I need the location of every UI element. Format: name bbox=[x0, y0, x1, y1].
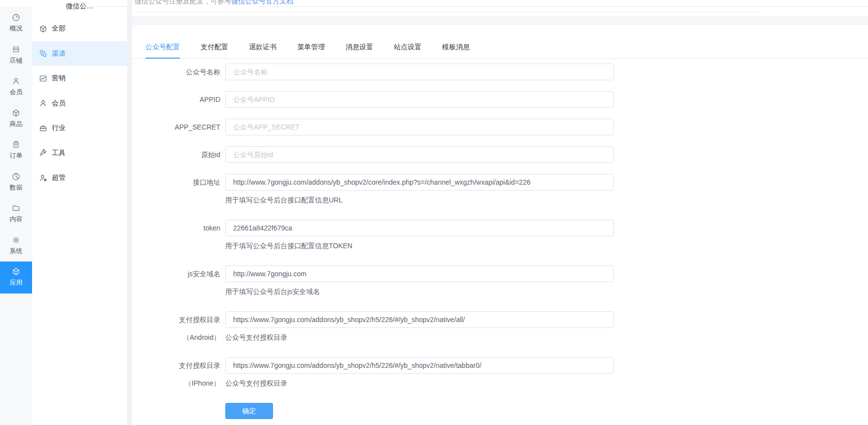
field-label-line2: （IPhone） bbox=[132, 380, 220, 387]
pay-dir-android-input[interactable] bbox=[225, 311, 614, 328]
tab-template-message[interactable]: 模板消息 bbox=[442, 25, 470, 58]
submenu-item-admin[interactable]: 超管 bbox=[32, 165, 127, 191]
field-label-line1: APPID bbox=[132, 91, 220, 108]
sidebar-item-label: 系统 bbox=[10, 247, 23, 256]
appid-input[interactable] bbox=[225, 91, 614, 108]
confirm-button[interactable]: 确定 bbox=[225, 403, 273, 419]
tab-pay-config[interactable]: 支付配置 bbox=[201, 25, 228, 58]
field-control: 用于填写公众号后台接口配置信息URL bbox=[225, 174, 614, 204]
submenu-item-tools[interactable]: 工具 bbox=[32, 141, 127, 166]
folder-icon bbox=[12, 204, 20, 212]
tab-refund-cert[interactable]: 退款证书 bbox=[249, 25, 277, 58]
notice-top-divider bbox=[258, 6, 868, 7]
gzh-name-input[interactable] bbox=[225, 64, 614, 80]
field-label: 公众号名称 bbox=[132, 64, 225, 80]
sidebar-item-label: 概况 bbox=[10, 24, 23, 33]
sidebar-item-order[interactable]: 订单 bbox=[0, 134, 32, 166]
field-label-line1: 公众号名称 bbox=[132, 64, 220, 80]
api-url-input[interactable] bbox=[225, 174, 614, 191]
tab-gzh-config[interactable]: 公众号配置 bbox=[145, 25, 180, 58]
tools-icon bbox=[39, 149, 47, 157]
form-row-appid: APPID bbox=[132, 91, 868, 108]
field-label-line1: 原始id bbox=[132, 146, 220, 163]
sidebar-item-label: 商品 bbox=[10, 120, 23, 129]
submenu-item-all[interactable]: 全部 bbox=[32, 16, 127, 41]
field-control: 用于填写公众号后台接口配置信息TOKEN bbox=[225, 220, 614, 250]
primary-sidebar-items: 概况店铺会员商品订单数据内容系统应用 bbox=[0, 0, 32, 294]
submenu-item-marketing[interactable]: 营销 bbox=[32, 66, 127, 91]
tab-menu-manage[interactable]: 菜单管理 bbox=[297, 25, 325, 58]
field-control: 公众号支付授权目录 bbox=[225, 357, 614, 387]
submenu-item-channel[interactable]: 渠道 bbox=[32, 41, 127, 66]
field-label: 支付授权目录（IPhone） bbox=[132, 357, 225, 387]
sidebar-item-label: 数据 bbox=[10, 183, 23, 192]
submenu-item-member[interactable]: 会员 bbox=[32, 91, 127, 116]
field-help: 公众号支付授权目录 bbox=[225, 380, 614, 387]
tab-message-settings[interactable]: 消息设置 bbox=[346, 25, 373, 58]
submenu-item-label: 营销 bbox=[52, 74, 66, 83]
token-input[interactable] bbox=[225, 220, 614, 236]
app-icon bbox=[12, 267, 20, 276]
user-icon bbox=[12, 77, 20, 85]
secondary-sidebar: 微信公… 全部渠道营销会员行业工具超管 bbox=[32, 0, 127, 425]
field-label: 支付授权目录（Android） bbox=[132, 311, 225, 341]
field-label-line1: token bbox=[132, 220, 220, 236]
header-divider bbox=[94, 6, 127, 7]
pay-dir-iphone-input[interactable] bbox=[225, 357, 614, 374]
field-label: js安全域名 bbox=[132, 265, 225, 295]
sidebar-item-label: 应用 bbox=[10, 278, 23, 287]
form-row-token: token用于填写公众号后台接口配置信息TOKEN bbox=[132, 220, 868, 250]
member-icon bbox=[39, 99, 47, 107]
cube-icon bbox=[12, 109, 20, 117]
field-label: 原始id bbox=[132, 146, 225, 163]
field-label-line1: js安全域名 bbox=[132, 265, 220, 282]
field-label: APP_SECRET bbox=[132, 119, 225, 135]
field-help: 用于填写公众号后台接口配置信息URL bbox=[225, 196, 614, 204]
field-label-line1: 接口地址 bbox=[132, 174, 220, 191]
submenu-item-label: 渠道 bbox=[52, 49, 66, 58]
sidebar-item-overview[interactable]: 概况 bbox=[0, 7, 32, 39]
field-label: APPID bbox=[132, 91, 225, 108]
admin-icon bbox=[39, 174, 47, 182]
order-icon bbox=[12, 140, 20, 149]
submenu-item-industry[interactable]: 行业 bbox=[32, 116, 127, 141]
js-domain-input[interactable] bbox=[225, 265, 614, 282]
sidebar-item-data[interactable]: 数据 bbox=[0, 166, 32, 198]
field-control bbox=[225, 91, 614, 108]
notice-bottom-divider bbox=[135, 12, 761, 12]
notice-bar: 微信公众号注册及配置，可参考微信公众号官方文档 bbox=[132, 0, 868, 16]
channel-icon bbox=[39, 49, 47, 58]
field-label-line1: 支付授权目录 bbox=[132, 357, 220, 374]
field-control bbox=[225, 146, 614, 163]
sidebar-item-member[interactable]: 会员 bbox=[0, 71, 32, 103]
sidebar-item-label: 会员 bbox=[10, 88, 23, 97]
field-help: 公众号支付授权目录 bbox=[225, 334, 614, 341]
submenu-item-label: 会员 bbox=[52, 99, 66, 108]
sidebar-item-shop[interactable]: 店铺 bbox=[0, 39, 32, 71]
pie-icon bbox=[12, 172, 20, 181]
form-row-api-url: 接口地址用于填写公众号后台接口配置信息URL bbox=[132, 174, 868, 204]
gear-icon bbox=[12, 236, 20, 244]
sidebar-item-system[interactable]: 系统 bbox=[0, 230, 32, 262]
field-label-line1: 支付授权目录 bbox=[132, 311, 220, 328]
field-label-line1: APP_SECRET bbox=[132, 119, 220, 135]
config-form: 公众号名称APPIDAPP_SECRET原始id接口地址用于填写公众号后台接口配… bbox=[132, 59, 868, 425]
field-control bbox=[225, 119, 614, 135]
tab-site-settings[interactable]: 站点设置 bbox=[394, 25, 421, 58]
notice-doc-link[interactable]: 微信公众号官方文档 bbox=[231, 0, 293, 5]
submenu-item-label: 全部 bbox=[52, 24, 66, 33]
app-secret-input[interactable] bbox=[225, 119, 614, 135]
sidebar-item-app[interactable]: 应用 bbox=[0, 262, 32, 294]
original-id-input[interactable] bbox=[225, 146, 614, 163]
sidebar-content-gap bbox=[127, 0, 132, 425]
marketing-icon bbox=[39, 74, 47, 83]
config-card: 公众号配置支付配置退款证书菜单管理消息设置站点设置模板消息 公众号名称APPID… bbox=[132, 25, 868, 425]
tab-bar: 公众号配置支付配置退款证书菜单管理消息设置站点设置模板消息 bbox=[132, 25, 868, 59]
all-icon bbox=[39, 25, 47, 33]
field-control: 用于填写公众号后台js安全域名 bbox=[225, 265, 614, 295]
form-row-original-id: 原始id bbox=[132, 146, 868, 163]
form-row-gzh-name: 公众号名称 bbox=[132, 64, 868, 80]
sidebar-item-content[interactable]: 内容 bbox=[0, 198, 32, 230]
field-help: 用于填写公众号后台接口配置信息TOKEN bbox=[225, 242, 614, 250]
sidebar-item-goods[interactable]: 商品 bbox=[0, 103, 32, 135]
